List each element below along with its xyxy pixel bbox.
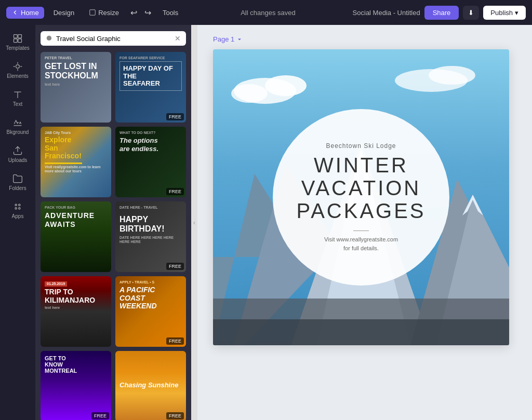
template-card-montreal[interactable]: GET TOKNOWMONTREAL FREE — [41, 351, 111, 420]
lodge-name: Beechtown Ski Lodge — [326, 142, 396, 150]
svg-rect-28 — [213, 319, 509, 345]
download-button[interactable]: ⬇ — [463, 6, 479, 20]
redo-button[interactable]: ↪ — [142, 6, 153, 20]
template-card-sunshine[interactable]: Chasing Sunshine FREE — [115, 351, 186, 420]
svg-point-15 — [265, 75, 307, 96]
page-label: Page 1 — [213, 35, 234, 43]
sidebar-item-elements[interactable]: Elements — [3, 57, 33, 83]
tools-button[interactable]: Tools — [157, 7, 183, 19]
history-icons: ↩ ↪ — [128, 6, 153, 20]
template-card-stockholm[interactable]: PETER TRAVEL GET LOST INSTOCKHOLM text h… — [41, 52, 111, 123]
card-text: JAB City Tours ExploreSanFrancisco! Visi… — [41, 127, 111, 178]
sidebar-item-text[interactable]: Text — [3, 85, 33, 111]
svg-point-5 — [16, 65, 20, 69]
sidebar-item-templates[interactable]: Templates — [3, 29, 33, 55]
main-layout: Templates Elements Text Bkground Uploads… — [0, 25, 532, 420]
panel-divider[interactable] — [191, 25, 197, 420]
resize-button[interactable]: Resize — [84, 7, 124, 19]
template-card-seafarer[interactable]: FOR SEAFARER SERVICE HAPPY DAY OFtheSeaf… — [115, 52, 186, 123]
nav-actions: Share ⬇ Publish ▾ — [424, 6, 526, 20]
sidebar-item-label: Uploads — [8, 157, 28, 163]
card-text: APPLY • TRAVEL • S A PACIFIC COASTWEEKEN… — [115, 276, 186, 315]
sidebar-item-label: Bkground — [7, 129, 29, 135]
publish-button[interactable]: Publish ▾ — [483, 6, 526, 20]
website-text: Visit www.reallygreatsite.com for full d… — [324, 235, 398, 252]
template-card-options[interactable]: WHAT TO DO NEXT? The optionsare endless.… — [115, 127, 186, 197]
save-status: All changes saved — [188, 9, 348, 17]
page-indicator[interactable]: Page 1 — [213, 35, 243, 43]
card-text: PETER TRAVEL GET LOST INSTOCKHOLM text h… — [41, 52, 111, 91]
design-title: WINTER VACATION PACKAGES — [296, 154, 425, 222]
card-text: GET TOKNOWMONTREAL — [41, 351, 111, 378]
document-title: Social Media - Untitled — [353, 9, 420, 17]
template-card-birthday[interactable]: DATE HERE - TRAVEL HAPPYBIRTHDAY! DATE H… — [115, 201, 186, 272]
canvas-area[interactable]: Page 1 — [197, 25, 532, 420]
template-card-pacific[interactable]: APPLY • TRAVEL • S A PACIFIC COASTWEEKEN… — [115, 276, 186, 347]
sidebar-item-apps[interactable]: Apps — [3, 197, 33, 223]
free-badge: FREE — [91, 412, 109, 419]
template-grid: PETER TRAVEL GET LOST INSTOCKHOLM text h… — [41, 52, 186, 420]
free-badge: FREE — [166, 263, 184, 270]
template-card-kilimanjaro[interactable]: 01.25.2019 TRIP TOKILIMANJARO text here — [41, 276, 111, 347]
sidebar-item-folders[interactable]: Folders — [3, 169, 33, 195]
card-text: PACK YOUR BAG ADVENTUREAWAITS — [41, 201, 111, 233]
svg-rect-4 — [18, 39, 22, 43]
design-circle: Beechtown Ski Lodge WINTER VACATION PACK… — [273, 109, 449, 286]
svg-rect-1 — [14, 35, 18, 38]
svg-point-9 — [19, 204, 20, 206]
divider-line — [353, 231, 369, 231]
canvas-frame[interactable]: Beechtown Ski Lodge WINTER VACATION PACK… — [213, 49, 509, 345]
search-input[interactable] — [56, 35, 171, 43]
sidebar-item-label: Elements — [7, 73, 29, 79]
svg-point-18 — [429, 66, 475, 85]
home-button[interactable]: Home — [6, 7, 44, 19]
svg-point-8 — [15, 204, 17, 206]
top-navigation: Home Design Resize ↩ ↪ Tools All changes… — [0, 0, 532, 25]
undo-button[interactable]: ↩ — [128, 6, 139, 20]
close-icon[interactable]: ✕ — [175, 34, 181, 43]
card-text: Chasing Sunshine — [115, 351, 186, 394]
card-text: WHAT TO DO NEXT? The optionsare endless. — [115, 127, 186, 157]
sidebar-item-uploads[interactable]: Uploads — [3, 141, 33, 167]
sidebar-item-label: Apps — [12, 213, 24, 219]
svg-point-16 — [231, 84, 268, 103]
search-icon — [46, 35, 53, 42]
svg-rect-2 — [18, 35, 22, 38]
sidebar-item-label: Folders — [9, 185, 26, 191]
template-card-sf[interactable]: JAB City Tours ExploreSanFrancisco! Visi… — [41, 127, 111, 197]
free-badge: FREE — [166, 412, 184, 419]
sidebar-item-label: Templates — [6, 45, 30, 51]
card-text: DATE HERE - TRAVEL HAPPYBIRTHDAY! DATE H… — [115, 201, 186, 248]
sidebar-item-label: Text — [13, 101, 22, 107]
sidebar-item-background[interactable]: Bkground — [3, 113, 33, 139]
design-button[interactable]: Design — [48, 7, 79, 19]
free-badge: FREE — [166, 188, 184, 195]
templates-panel: ✕ PETER TRAVEL GET LOST INSTOCKHOLM text… — [35, 25, 191, 420]
publish-chevron-icon: ▾ — [515, 9, 518, 17]
svg-point-12 — [47, 36, 51, 40]
sidebar-icons: Templates Elements Text Bkground Uploads… — [0, 25, 35, 420]
svg-rect-3 — [14, 39, 18, 43]
svg-point-11 — [19, 208, 20, 209]
resize-label: Resize — [98, 9, 119, 17]
card-text: FOR SEAFARER SERVICE HAPPY DAY OFtheSeaf… — [115, 52, 186, 95]
free-badge: FREE — [166, 337, 184, 345]
svg-rect-0 — [90, 10, 96, 16]
card-text: 01.25.2019 TRIP TOKILIMANJARO text here — [41, 276, 111, 315]
search-bar: ✕ — [41, 31, 186, 46]
free-badge: FREE — [166, 113, 184, 120]
home-label: Home — [21, 9, 39, 17]
svg-point-10 — [15, 208, 17, 209]
share-button[interactable]: Share — [424, 6, 459, 20]
template-card-adventure[interactable]: PACK YOUR BAG ADVENTUREAWAITS — [41, 201, 111, 272]
